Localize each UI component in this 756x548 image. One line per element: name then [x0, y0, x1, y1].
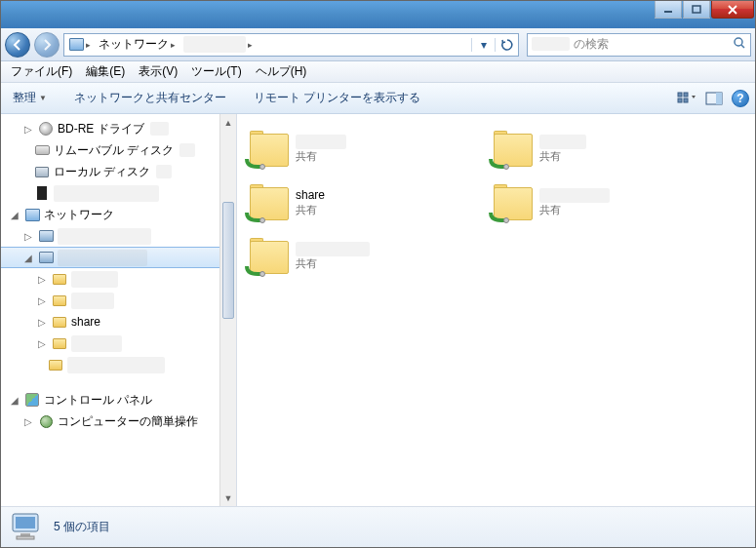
shared-folder-icon [247, 235, 290, 278]
titlebar [1, 1, 755, 28]
folder-name [539, 188, 610, 204]
menu-help[interactable]: ヘルプ(H) [250, 61, 313, 82]
ease-icon [38, 413, 54, 429]
computer-icon [38, 250, 54, 265]
navigation-bar: ▸ ネットワーク▸ ▸ ▾ の検索 [1, 28, 755, 61]
search-icon [733, 36, 746, 53]
details-summary: 5 個の項目 [54, 519, 110, 535]
forward-button[interactable] [34, 32, 60, 58]
svg-point-11 [260, 217, 265, 222]
help-button[interactable]: ? [732, 90, 749, 107]
tree-share-a[interactable]: ▷ [1, 268, 236, 290]
menu-bar: ファイル(F) 編集(E) 表示(V) ツール(T) ヘルプ(H) [1, 61, 755, 83]
folder-sub: 共有 [296, 256, 370, 270]
folder-sub: 共有 [296, 203, 325, 216]
svg-point-2 [735, 38, 742, 46]
svg-rect-4 [684, 93, 688, 97]
folder-item[interactable]: 共有 [489, 122, 733, 176]
svg-rect-1 [693, 6, 700, 13]
search-placeholder: の検索 [574, 37, 609, 51]
tree-network[interactable]: ◢ネットワーク [1, 204, 236, 225]
svg-point-13 [260, 271, 265, 276]
view-options-button[interactable] [677, 89, 696, 108]
svg-rect-6 [684, 98, 688, 102]
drive-icon [34, 142, 50, 158]
svg-rect-0 [664, 11, 672, 13]
svg-rect-17 [17, 536, 34, 539]
folder-icon [52, 271, 67, 287]
network-center-button[interactable]: ネットワークと共有センター [68, 87, 232, 109]
close-button[interactable] [711, 1, 754, 19]
folder-item[interactable]: 共有 [245, 122, 489, 176]
computer-large-icon [9, 510, 46, 545]
tree-network-computer-1[interactable]: ▷ [1, 225, 236, 247]
content-area[interactable]: 共有 共有 share共有 共有 共有 [237, 114, 755, 506]
tree-control-panel[interactable]: ◢コントロール パネル [1, 389, 236, 411]
network-icon [24, 207, 40, 222]
device-icon [34, 185, 50, 201]
folder-icon [52, 314, 67, 330]
tree-unknown-device[interactable] [1, 182, 236, 204]
back-button[interactable] [5, 32, 30, 58]
tree-bdre-drive[interactable]: ▷BD-RE ドライブ [1, 118, 236, 139]
svg-point-10 [504, 164, 509, 169]
folder-sub: 共有 [296, 149, 346, 163]
remote-printer-button[interactable]: リモート プリンターを表示する [248, 87, 426, 109]
folder-item[interactable]: share共有 [245, 176, 489, 229]
shared-folder-icon [491, 128, 534, 171]
breadcrumb-computer[interactable] [183, 36, 246, 53]
folder-name [539, 135, 586, 150]
svg-point-12 [504, 217, 509, 222]
folder-item[interactable]: 共有 [489, 176, 733, 229]
disk-icon [34, 164, 50, 179]
maximize-button[interactable] [683, 1, 710, 19]
folder-name [296, 135, 346, 150]
minimize-button[interactable] [655, 1, 682, 19]
tree-share-share[interactable]: ▷share [1, 311, 236, 333]
organize-button[interactable]: 整理 ▼ [7, 87, 53, 109]
folder-sub: 共有 [539, 203, 610, 216]
disc-icon [38, 121, 54, 137]
svg-rect-15 [16, 517, 35, 528]
tree-scrollbar[interactable]: ▲ ▼ [219, 114, 236, 506]
tree-network-computer-selected[interactable]: ◢ [1, 247, 236, 268]
folder-name: share [296, 188, 325, 204]
breadcrumb-network[interactable]: ネットワーク [99, 36, 169, 53]
folder-item[interactable]: 共有 [245, 229, 489, 283]
svg-rect-8 [716, 93, 722, 104]
folder-sub: 共有 [539, 149, 586, 163]
computer-icon [38, 228, 54, 244]
tree-ease-of-access[interactable]: ▷コンピューターの簡単操作 [1, 411, 236, 432]
tree-share-e[interactable] [1, 354, 236, 375]
folder-icon [52, 335, 67, 351]
tree-local-disk[interactable]: ローカル ディスク [1, 161, 236, 182]
svg-point-9 [260, 164, 265, 169]
shared-folder-icon [247, 128, 290, 171]
preview-pane-button[interactable] [704, 89, 724, 108]
scroll-up-button[interactable]: ▲ [220, 114, 236, 131]
search-box[interactable]: の検索 [527, 33, 751, 57]
folder-icon [48, 357, 63, 372]
menu-file[interactable]: ファイル(F) [5, 61, 78, 82]
menu-view[interactable]: 表示(V) [133, 61, 183, 82]
shared-folder-icon [247, 181, 290, 224]
folder-icon [52, 293, 67, 308]
control-panel-icon [24, 392, 40, 408]
shared-folder-icon [491, 181, 534, 224]
svg-rect-3 [678, 93, 682, 97]
details-pane: 5 個の項目 [1, 506, 755, 547]
tree-share-b[interactable]: ▷ [1, 290, 236, 311]
address-bar[interactable]: ▸ ネットワーク▸ ▸ ▾ [63, 33, 519, 57]
address-dropdown[interactable]: ▾ [471, 38, 495, 52]
tree-removable-disk[interactable]: リムーバブル ディスク [1, 139, 236, 161]
scroll-thumb[interactable] [222, 202, 234, 319]
refresh-button[interactable] [495, 38, 518, 52]
scroll-down-button[interactable]: ▼ [220, 489, 236, 506]
menu-tools[interactable]: ツール(T) [185, 61, 247, 82]
folder-name [296, 242, 370, 257]
navigation-tree: ▷BD-RE ドライブ リムーバブル ディスク ローカル ディスク ◢ネットワー… [1, 114, 237, 506]
menu-edit[interactable]: 編集(E) [80, 61, 131, 82]
command-bar: 整理 ▼ ネットワークと共有センター リモート プリンターを表示する ? [1, 83, 755, 114]
network-icon [68, 37, 84, 53]
tree-share-d[interactable]: ▷ [1, 333, 236, 354]
